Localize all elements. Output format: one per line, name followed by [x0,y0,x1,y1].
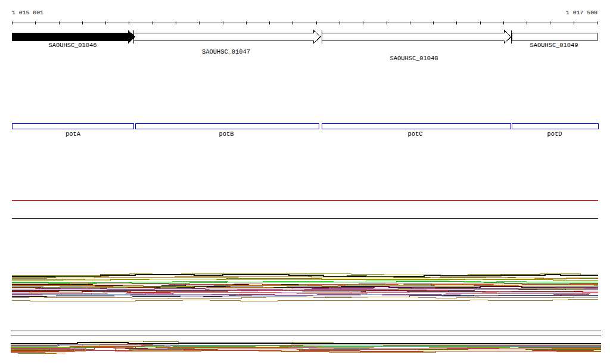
svg-text:SAOUHSC_01047: SAOUHSC_01047 [202,48,250,55]
svg-text:SAOUHSC_01046: SAOUHSC_01046 [48,42,97,49]
svg-text:SAOUHSC_01048: SAOUHSC_01048 [390,55,438,62]
svg-text:potB: potB [219,130,234,138]
svg-text:SAOUHSC_01049: SAOUHSC_01049 [530,42,578,49]
svg-text:potC: potC [408,130,423,138]
svg-text:potA: potA [66,130,81,138]
svg-text:1 015 001: 1 015 001 [12,10,43,16]
svg-text:potD: potD [547,130,562,138]
svg-text:1 017 500: 1 017 500 [566,10,597,16]
